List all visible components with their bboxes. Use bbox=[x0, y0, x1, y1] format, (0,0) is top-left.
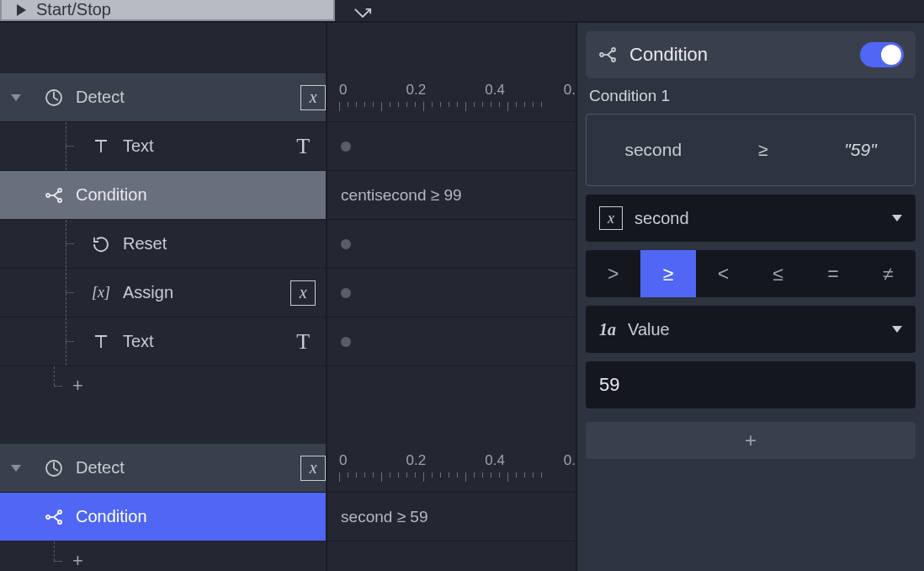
timeline-row-text1[interactable] bbox=[327, 122, 576, 171]
variable-select-label: second bbox=[635, 209, 689, 228]
tree-label: Text bbox=[123, 332, 154, 351]
tree-item-assign[interactable]: [x] Assign x bbox=[0, 269, 326, 318]
assign-icon: [x] bbox=[91, 283, 111, 303]
keyframe-dot-icon bbox=[341, 141, 351, 152]
timeline-row-cond2[interactable]: second ≥ 59 bbox=[327, 493, 576, 542]
ruler-tick-label: 0.4 bbox=[485, 82, 505, 99]
tree-item-reset[interactable]: Reset bbox=[0, 220, 326, 269]
ruler-tick-label: 0. bbox=[564, 82, 576, 99]
branch-icon bbox=[597, 45, 618, 65]
expr-left: second bbox=[624, 140, 682, 160]
tree-item-text-1[interactable]: Text T bbox=[0, 122, 326, 171]
top-bar: Start/Stop bbox=[0, 0, 924, 23]
reset-icon bbox=[91, 234, 111, 254]
svg-point-13 bbox=[612, 48, 615, 51]
svg-point-3 bbox=[46, 194, 50, 197]
tree-label: Condition bbox=[76, 507, 147, 526]
value-kind-icon: 1a bbox=[599, 320, 616, 339]
tree-label: Text bbox=[123, 136, 154, 156]
text-icon bbox=[91, 332, 111, 352]
tree-group-head-2[interactable]: Detect x bbox=[0, 444, 326, 493]
op-gt[interactable]: > bbox=[586, 250, 640, 297]
inspector-title: Condition bbox=[629, 44, 708, 66]
ruler-tick-label: 0.2 bbox=[406, 452, 427, 469]
op-neq[interactable]: ≠ bbox=[861, 250, 916, 297]
ruler-ticks bbox=[339, 102, 576, 112]
tree-label: Reset bbox=[123, 234, 167, 253]
bounce-icon[interactable] bbox=[353, 5, 372, 17]
value-input[interactable]: 59 bbox=[586, 361, 916, 408]
svg-line-8 bbox=[54, 468, 58, 471]
inspector-panel: Condition Condition 1 second ≥ "59" x se… bbox=[576, 23, 924, 571]
chevron-down-icon bbox=[11, 94, 21, 101]
play-icon bbox=[17, 4, 26, 16]
op-gte[interactable]: ≥ bbox=[640, 250, 695, 297]
tree-label: Detect bbox=[76, 458, 125, 478]
branch-icon bbox=[44, 507, 64, 527]
tree-group-head-1[interactable]: Detect x bbox=[0, 73, 326, 122]
variable-badge-icon[interactable]: x bbox=[300, 456, 326, 481]
start-stop-header[interactable]: Start/Stop bbox=[0, 0, 335, 21]
tree-panel: Detect x Text T Condition Reset bbox=[0, 23, 327, 571]
timeline-row-cond1[interactable]: centisecond ≥ 99 bbox=[327, 171, 576, 220]
top-spacer bbox=[335, 0, 924, 21]
detect-icon bbox=[44, 458, 64, 478]
plus-icon: + bbox=[72, 375, 83, 397]
chevron-down-icon bbox=[892, 215, 902, 221]
svg-point-10 bbox=[58, 510, 61, 514]
variable-badge-icon[interactable]: x bbox=[290, 280, 316, 306]
variable-badge-icon[interactable]: x bbox=[300, 85, 326, 110]
tree-label: Condition bbox=[76, 185, 147, 205]
value-kind-label: Value bbox=[628, 320, 670, 339]
tree-add-item-1[interactable]: + bbox=[0, 366, 326, 405]
plus-icon: + bbox=[72, 550, 83, 571]
timeline-expr-label: second ≥ 59 bbox=[341, 508, 427, 526]
start-stop-label: Start/Stop bbox=[36, 0, 111, 19]
plus-icon: + bbox=[745, 429, 757, 452]
tree-item-condition-1[interactable]: Condition bbox=[0, 171, 326, 220]
svg-point-12 bbox=[600, 53, 603, 56]
timeline-ruler-2[interactable]: 0 0.2 0.4 0. bbox=[327, 444, 576, 493]
tree-add-item-2[interactable]: + bbox=[0, 542, 326, 571]
inspector-header: Condition bbox=[586, 31, 916, 78]
svg-line-2 bbox=[54, 98, 58, 100]
timeline-row-assign[interactable] bbox=[327, 269, 576, 318]
value-kind-select[interactable]: 1a Value bbox=[586, 306, 916, 353]
variable-badge-icon: x bbox=[599, 206, 623, 230]
keyframe-dot-icon bbox=[341, 288, 351, 298]
add-condition-button[interactable]: + bbox=[586, 422, 916, 459]
branch-icon bbox=[44, 185, 64, 205]
ruler-tick-label: 0 bbox=[339, 452, 347, 469]
svg-point-4 bbox=[58, 189, 61, 192]
enabled-toggle[interactable] bbox=[860, 42, 904, 67]
svg-point-9 bbox=[46, 515, 50, 519]
tree-item-condition-2[interactable]: Condition bbox=[0, 493, 326, 542]
timeline-row-text2[interactable] bbox=[327, 318, 576, 366]
tree-label: Assign bbox=[123, 283, 173, 302]
ruler-tick-label: 0.4 bbox=[485, 452, 505, 469]
ruler-tick-label: 0 bbox=[339, 82, 347, 99]
operator-picker: > ≥ < ≤ = ≠ bbox=[586, 250, 916, 297]
svg-point-14 bbox=[612, 58, 615, 61]
value-input-text: 59 bbox=[599, 374, 619, 396]
ruler-tick-label: 0.2 bbox=[406, 82, 427, 99]
expression-preview: second ≥ "59" bbox=[586, 114, 916, 186]
timeline-ruler[interactable]: 0 0.2 0.4 0. bbox=[327, 73, 576, 122]
keyframe-dot-icon bbox=[341, 239, 351, 249]
svg-point-5 bbox=[58, 199, 61, 202]
op-lte[interactable]: ≤ bbox=[751, 250, 805, 297]
op-lt[interactable]: < bbox=[696, 250, 751, 297]
timeline-panel: 0 0.2 0.4 0. centisecond ≥ 99 0 0.2 bbox=[327, 23, 576, 571]
timeline-expr-label: centisecond ≥ 99 bbox=[341, 186, 462, 205]
op-eq[interactable]: = bbox=[805, 250, 860, 297]
variable-select[interactable]: x second bbox=[586, 195, 916, 242]
chevron-down-icon bbox=[11, 465, 21, 472]
ruler-ticks bbox=[339, 472, 576, 483]
tree-item-text-2[interactable]: Text T bbox=[0, 318, 326, 366]
chevron-down-icon bbox=[892, 326, 902, 333]
keyframe-dot-icon bbox=[341, 337, 351, 347]
ruler-tick-label: 0. bbox=[564, 452, 576, 469]
expr-right: "59" bbox=[844, 140, 876, 160]
tree-label: Detect bbox=[76, 88, 125, 107]
timeline-row-reset[interactable] bbox=[327, 220, 576, 269]
